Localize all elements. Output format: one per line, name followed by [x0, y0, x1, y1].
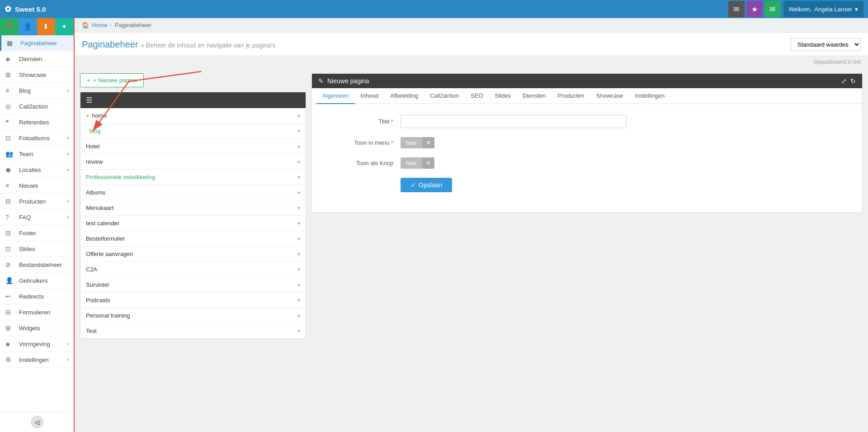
page-name-hotel: Hotel: [86, 143, 297, 150]
tab-inhoud[interactable]: Inhoud: [355, 88, 385, 104]
page-item-albums[interactable]: Albums ▾: [80, 185, 306, 200]
albums-dropdown-icon[interactable]: ▾: [297, 190, 300, 196]
sidebar-item-instellingen[interactable]: ⚙ Instellingen ▾: [0, 352, 74, 368]
hamburger-icon[interactable]: ☰: [86, 96, 92, 104]
bestelformulier-dropdown-icon[interactable]: ▾: [297, 236, 300, 242]
toon-menu-close-icon[interactable]: ✕: [422, 137, 434, 148]
sidebar-collapse-button[interactable]: ◁: [31, 416, 43, 428]
sidebar-item-blog[interactable]: ≡ Blog ▾: [0, 83, 74, 99]
page-item-survintel[interactable]: Survintel ▾: [80, 277, 306, 293]
sidebar-item-paginabeheer[interactable]: ▦ Paginabeheer: [0, 35, 74, 51]
tab-instellingen[interactable]: Instellingen: [629, 88, 671, 104]
sidebar-item-producten[interactable]: ⊟ Producten ▾: [0, 194, 74, 209]
sidebar-item-redirects[interactable]: ↩ Redirects: [0, 289, 74, 304]
page-item-review[interactable]: review ▾: [80, 154, 306, 170]
sidebar-item-widgets[interactable]: ⊞ Widgets: [0, 320, 74, 336]
mail-icon[interactable]: ✉: [764, 1, 781, 17]
page-item-hotel[interactable]: Hotel ▾: [80, 139, 306, 154]
sidebar-item-nieuws[interactable]: ≡ Nieuws: [0, 178, 74, 194]
sidebar-label-showcase: Showcase: [19, 71, 69, 78]
toon-knop-close-icon[interactable]: ✕: [422, 157, 434, 169]
podcasts-dropdown-icon[interactable]: ▾: [297, 297, 300, 304]
sidebar-item-fotoalbums[interactable]: ⊡ Fotoalbums ▾: [0, 130, 74, 146]
expand-icon[interactable]: ⤢: [841, 77, 847, 85]
sidebar-item-faq[interactable]: ? FAQ ▾: [0, 209, 74, 225]
app-icon: ✿: [5, 4, 11, 14]
save-button[interactable]: ✓ Opslaan: [401, 178, 452, 192]
page-item-offerte[interactable]: Offerte aanvragen ▾: [80, 247, 306, 262]
page-item-blog[interactable]: blog ▾: [80, 123, 306, 139]
tab-producten[interactable]: Producten: [552, 88, 590, 104]
sidebar-item-team[interactable]: 👥 Team ▾: [0, 146, 74, 162]
blog-arrow-icon: ▾: [67, 88, 69, 93]
save-label: Opslaan: [419, 181, 442, 189]
sidebar-icon-download[interactable]: ⬇: [37, 18, 56, 35]
personaltraining-dropdown-icon[interactable]: ▾: [297, 313, 300, 319]
tab-showcase[interactable]: Showcase: [590, 88, 629, 104]
tab-afbeelding[interactable]: Afbeelding: [384, 88, 424, 104]
fotoalbums-icon: ⊡: [5, 134, 15, 142]
tab-call2action[interactable]: Call2action: [424, 88, 465, 104]
breadcrumb-home[interactable]: Home: [92, 22, 108, 28]
sidebar-item-formulieren[interactable]: ⊟ Formulieren: [0, 304, 74, 320]
c2a-dropdown-icon[interactable]: ▾: [297, 266, 300, 273]
page-item-testcalender[interactable]: test calender ▾: [80, 216, 306, 231]
producten-icon: ⊟: [5, 198, 15, 205]
user-menu[interactable]: Welkom, Angela Lanser ▾: [783, 1, 863, 17]
home-dropdown-icon[interactable]: ▾: [297, 113, 300, 119]
sidebar-item-footer[interactable]: ⊟ Footer: [0, 225, 74, 241]
new-page-button[interactable]: + + Nieuwe pagina: [80, 73, 144, 87]
review-dropdown-icon[interactable]: ▾: [297, 159, 300, 165]
sidebar-item-call2action[interactable]: ◎ Call2action: [0, 99, 74, 114]
survintel-dropdown-icon[interactable]: ▾: [297, 282, 300, 288]
tab-slides[interactable]: Slides: [489, 88, 517, 104]
sidebar-label-call2action: Call2action: [19, 103, 69, 110]
sidebar-item-showcase[interactable]: ⊞ Showcase: [0, 67, 74, 83]
test-dropdown-icon[interactable]: ▾: [297, 328, 300, 334]
sidebar-item-locaties[interactable]: ◉ Locaties ▾: [0, 162, 74, 178]
page-item-personaltraining[interactable]: Personal training ▾: [80, 308, 306, 323]
messages-icon[interactable]: ✉: [728, 1, 745, 17]
page-item-menukaart[interactable]: Menukaart ▾: [80, 200, 306, 216]
breadcrumb-separator: ›: [110, 22, 112, 28]
sidebar-item-vormgeving[interactable]: ◈ Vormgeving ▾: [0, 336, 74, 352]
titel-input[interactable]: [401, 115, 627, 128]
tab-algemeen[interactable]: Algemeen: [316, 88, 355, 104]
sidebar-item-gebruikers[interactable]: 👤 Gebruikers: [0, 273, 74, 289]
main-layout: 📍 👤 ⬇ ✦ ▦ Paginabeheer ◈ Diensten ⊞ Show…: [0, 18, 868, 432]
sidebar-item-diensten[interactable]: ◈ Diensten: [0, 51, 74, 67]
sidebar-icon-user[interactable]: 👤: [19, 18, 37, 35]
sidebar-label-instellingen: Instellingen: [19, 356, 67, 363]
sidebar-icon-share[interactable]: ✦: [55, 18, 74, 35]
sidebar-label-bestandsbeheer: Bestandsbeheer: [19, 261, 69, 268]
hotel-dropdown-icon[interactable]: ▾: [297, 143, 300, 150]
sidebar-label-formulieren: Formulieren: [19, 309, 69, 316]
sidebar-item-slides[interactable]: ⊡ Slides: [0, 241, 74, 257]
star-icon[interactable]: ★: [746, 1, 763, 17]
professionele-dropdown-icon[interactable]: ▾: [297, 174, 300, 180]
sidebar-icon-location[interactable]: 📍: [0, 18, 19, 35]
sidebar-item-bestandsbeheer[interactable]: ⊘ Bestandsbeheer: [0, 257, 74, 273]
page-item-home[interactable]: + home ▾: [80, 108, 306, 123]
testcalender-dropdown-icon[interactable]: ▾: [297, 220, 300, 227]
page-item-professionele[interactable]: Professionele ontwikkeling ▾: [80, 170, 306, 185]
footer-icon: ⊟: [5, 229, 15, 237]
page-subtitle: » Beheer de inhoud en navigatie van je p…: [141, 42, 275, 49]
blog-dropdown-icon[interactable]: ▾: [297, 128, 300, 134]
page-name-c2a: C2A: [86, 266, 297, 273]
tab-seo[interactable]: SEO: [465, 88, 489, 104]
menukaart-dropdown-icon[interactable]: ▾: [297, 205, 300, 211]
standard-values-dropdown[interactable]: Standaard waardes: [791, 38, 861, 51]
page-item-test[interactable]: Test ▾: [80, 323, 306, 339]
offerte-dropdown-icon[interactable]: ▾: [297, 251, 300, 257]
page-item-bestelformulier[interactable]: Bestelformulier ▾: [80, 231, 306, 247]
page-item-podcasts[interactable]: Podcasts ▾: [80, 293, 306, 308]
page-name-survintel: Survintel: [86, 281, 297, 288]
refresh-icon[interactable]: ↻: [850, 77, 856, 85]
page-item-c2a[interactable]: C2A ▾: [80, 262, 306, 277]
page-name-professionele: Professionele ontwikkeling: [86, 174, 297, 180]
sidebar-item-referenties[interactable]: ❝ Referenties: [0, 114, 74, 130]
vormgeving-icon: ◈: [5, 340, 15, 347]
tab-diensten[interactable]: Diensten: [517, 88, 552, 104]
toon-knop-label: Toon als Knop: [330, 160, 393, 166]
